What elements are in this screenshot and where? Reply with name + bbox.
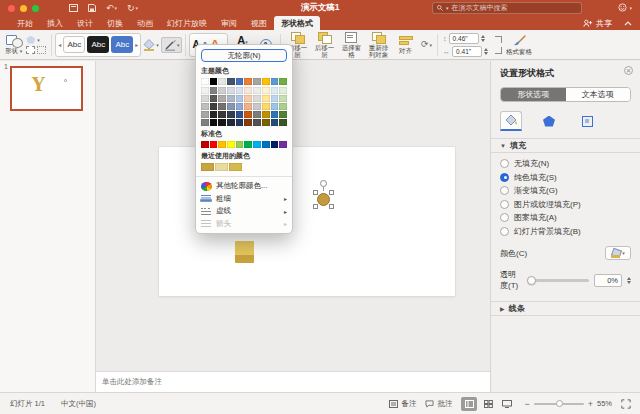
tint-color-swatch[interactable]	[253, 111, 261, 118]
convert-to-shape-icon[interactable]	[37, 46, 46, 54]
merge-shapes-icon[interactable]	[26, 46, 35, 54]
notes-placeholder[interactable]: 单击此处添加备注	[96, 371, 490, 392]
tint-color-swatch[interactable]	[262, 103, 270, 110]
fill-line-tab[interactable]	[500, 111, 522, 131]
tint-color-swatch[interactable]	[227, 111, 235, 118]
tint-color-swatch[interactable]	[210, 95, 218, 102]
standard-color-swatch[interactable]	[201, 141, 209, 148]
slide-sorter-view-button[interactable]	[480, 397, 496, 411]
gallery-right-icon[interactable]: ▸	[135, 41, 138, 48]
fill-color-button[interactable]: ▾	[605, 246, 631, 260]
close-window-button[interactable]	[8, 5, 15, 12]
normal-view-button[interactable]	[461, 397, 477, 411]
fill-option-no-fill[interactable]: 无填充(N)	[500, 157, 631, 171]
fill-option-solid-fill[interactable]: 纯色填充(S)	[500, 171, 631, 185]
fit-slide-icon[interactable]	[621, 399, 631, 409]
recent-color-swatch[interactable]	[201, 163, 214, 171]
tint-color-swatch[interactable]	[218, 95, 226, 102]
tint-color-swatch[interactable]	[279, 103, 287, 110]
standard-color-swatch[interactable]	[210, 141, 218, 148]
align-button[interactable]: 对齐	[392, 35, 419, 54]
slider-thumb[interactable]	[527, 276, 536, 285]
tint-color-swatch[interactable]	[279, 119, 287, 126]
shape-height-field[interactable]: 0.46"	[449, 33, 479, 44]
tint-color-swatch[interactable]	[227, 87, 235, 94]
line-weight-item[interactable]: 粗细▸	[201, 193, 287, 206]
theme-color-swatch[interactable]	[210, 78, 218, 85]
selection-pane-button[interactable]: 选择窗格	[338, 32, 365, 58]
zoom-slider-thumb[interactable]	[556, 400, 563, 407]
width-stepper[interactable]	[484, 48, 488, 55]
theme-color-swatch[interactable]	[218, 78, 226, 85]
size-properties-tab[interactable]	[576, 111, 598, 131]
zoom-in-icon[interactable]: +	[588, 400, 593, 408]
standard-color-swatch[interactable]	[244, 141, 252, 148]
search-input[interactable]: ▾ 在演示文稿中搜索	[432, 2, 582, 14]
tint-color-swatch[interactable]	[201, 119, 209, 126]
effects-tab[interactable]	[538, 111, 560, 131]
tint-color-swatch[interactable]	[244, 87, 252, 94]
tint-color-swatch[interactable]	[227, 95, 235, 102]
feedback-button[interactable]: ▾	[618, 3, 632, 12]
standard-color-swatch[interactable]	[218, 141, 226, 148]
tint-color-swatch[interactable]	[236, 111, 244, 118]
tint-color-swatch[interactable]	[210, 119, 218, 126]
tint-color-swatch[interactable]	[262, 111, 270, 118]
tint-color-swatch[interactable]	[236, 95, 244, 102]
tint-color-swatch[interactable]	[271, 103, 279, 110]
tint-color-swatch[interactable]	[218, 103, 226, 110]
tab-slideshow[interactable]: 幻灯片放映	[160, 16, 214, 30]
tab-text-options[interactable]: 文本选项	[566, 88, 631, 101]
shape-style-preset[interactable]: Abc	[111, 36, 133, 53]
fill-option-gradient-fill[interactable]: 渐变填充(G)	[500, 184, 631, 198]
collapse-ribbon-icon[interactable]	[624, 21, 632, 26]
resize-handle[interactable]	[329, 204, 334, 209]
theme-color-swatch[interactable]	[262, 78, 270, 85]
tint-color-swatch[interactable]	[244, 95, 252, 102]
tab-design[interactable]: 设计	[70, 16, 100, 30]
tab-animations[interactable]: 动画	[130, 16, 160, 30]
crop-icon[interactable]	[492, 36, 502, 54]
tint-color-swatch[interactable]	[262, 119, 270, 126]
fill-option-pattern-fill[interactable]: 图案填充(A)	[500, 211, 631, 225]
tint-color-swatch[interactable]	[218, 111, 226, 118]
zoom-level[interactable]: 55%	[597, 399, 612, 408]
rotate-handle[interactable]	[320, 180, 327, 187]
new-slide-button[interactable]	[69, 4, 78, 12]
save-button[interactable]	[88, 4, 96, 12]
theme-color-swatch[interactable]	[244, 78, 252, 85]
redo-button[interactable]: ↻▾	[127, 3, 138, 13]
tab-transitions[interactable]: 切换	[100, 16, 130, 30]
tint-color-swatch[interactable]	[227, 103, 235, 110]
fill-section-header[interactable]: ▼ 填充	[491, 138, 640, 153]
tint-color-swatch[interactable]	[279, 95, 287, 102]
tint-color-swatch[interactable]	[210, 87, 218, 94]
fill-option-background-fill[interactable]: 幻灯片背景填充(B)	[500, 225, 631, 239]
gallery-left-icon[interactable]: ◂	[58, 41, 61, 48]
send-backward-button[interactable]: 后移一层	[311, 32, 338, 58]
tint-color-swatch[interactable]	[236, 103, 244, 110]
standard-color-swatch[interactable]	[271, 141, 279, 148]
tint-color-swatch[interactable]	[210, 103, 218, 110]
selected-shape[interactable]	[313, 180, 334, 210]
tint-color-swatch[interactable]	[253, 95, 261, 102]
share-button[interactable]: 共享	[583, 18, 612, 29]
reorder-objects-button[interactable]: 重新排列对象	[365, 32, 392, 58]
letter-y-shape[interactable]	[235, 241, 254, 263]
tint-color-swatch[interactable]	[201, 111, 209, 118]
tint-color-swatch[interactable]	[279, 111, 287, 118]
dash-style-item[interactable]: 虚线▸	[201, 205, 287, 218]
standard-color-swatch[interactable]	[253, 141, 261, 148]
tint-color-swatch[interactable]	[218, 119, 226, 126]
tint-color-swatch[interactable]	[227, 119, 235, 126]
height-stepper[interactable]	[481, 35, 485, 42]
tint-color-swatch[interactable]	[218, 87, 226, 94]
tint-color-swatch[interactable]	[262, 87, 270, 94]
tab-review[interactable]: 审阅	[214, 16, 244, 30]
tint-color-swatch[interactable]	[271, 111, 279, 118]
tint-color-swatch[interactable]	[210, 111, 218, 118]
recent-color-swatch[interactable]	[215, 163, 228, 171]
tint-color-swatch[interactable]	[279, 87, 287, 94]
no-outline-item[interactable]: 无轮廓(N)	[201, 49, 287, 62]
transparency-slider[interactable]	[527, 276, 589, 285]
